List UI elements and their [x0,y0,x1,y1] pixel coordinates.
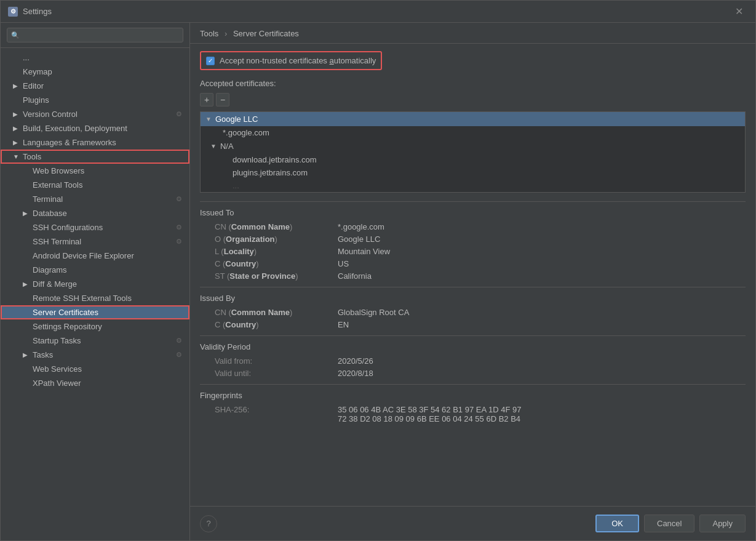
info-key-o: O (Organization) [215,234,338,244]
titlebar: ⚙ Settings ✕ [1,1,755,23]
sidebar-item-ssh-configurations[interactable]: SSH Configurations ⚙ [1,220,189,234]
sidebar-item-server-certificates[interactable]: Server Certificates [1,305,189,319]
app-icon: ⚙ [8,7,18,17]
info-row-c: C (Country) US [200,259,746,268]
sidebar-item-build-exec-deploy[interactable]: ▶ Build, Execution, Deployment [1,121,189,135]
sidebar-item-keymap[interactable]: Keymap [1,65,189,79]
fingerprints-title: Fingerprints [200,391,746,400]
sidebar-item-label: Keymap [23,67,52,76]
arrow-icon: ▶ [13,139,20,146]
sidebar-item-web-services[interactable]: Web Services [1,362,189,376]
sidebar-item-label: External Tools [33,180,82,190]
sidebar-item-label: Plugins [23,95,49,105]
apply-button[interactable]: Apply [699,515,746,532]
sidebar-item-label: Diagrams [33,265,67,275]
main-content: 🔍 ... Keymap ▶ Editor [1,23,755,540]
sidebar: 🔍 ... Keymap ▶ Editor [1,23,190,540]
sidebar-item-remote-ssh-external-tools[interactable]: Remote SSH External Tools [1,291,189,305]
sidebar-item-xpath-viewer[interactable]: XPath Viewer [1,376,189,390]
info-value-issued-c: EN [338,320,349,329]
sidebar-item-label: Database [33,209,67,218]
breadcrumb-separator: › [225,29,227,38]
sidebar-item-plugins[interactable]: Plugins [1,93,189,107]
info-value-st: California [338,271,372,281]
info-value-l: Mountain View [338,247,390,256]
arrow-icon: ▶ [13,111,20,118]
cert-item-more: ... [201,179,745,192]
info-value-issued-cn: GlobalSign Root CA [338,308,409,317]
cert-item-google[interactable]: *.google.com [201,126,745,139]
settings-window: ⚙ Settings ✕ 🔍 ... Keymap [0,0,756,541]
window-title: Settings [23,7,730,16]
info-row-valid-until: Valid until: 2020/8/18 [200,369,746,378]
info-key-l: L (Locality) [215,247,338,256]
cert-group-google-llc[interactable]: ▼ Google LLC [201,112,745,126]
sidebar-item-diagrams[interactable]: Diagrams [1,263,189,277]
sidebar-item-terminal[interactable]: Terminal ⚙ [1,192,189,206]
cancel-button[interactable]: Cancel [644,515,694,532]
sidebar-item-external-tools[interactable]: External Tools [1,178,189,192]
sidebar-item-label: Remote SSH External Tools [33,294,132,303]
sidebar-item-label: Web Services [33,364,82,374]
close-button[interactable]: ✕ [730,3,748,20]
issued-to-title: Issued To [200,208,746,217]
info-row-cn: CN (Common Name) *.google.com [200,222,746,231]
cert-name-dots: ... [233,181,239,190]
info-key-issued-cn: CN (Common Name) [215,308,338,317]
sidebar-item-diff-merge[interactable]: ▶ Diff & Merge [1,277,189,291]
sidebar-item-label: Server Certificates [33,308,98,317]
sidebar-item-dots[interactable]: ... [1,50,189,65]
sha256-line2: 72 38 D2 08 18 09 09 6B EE 06 04 24 55 6… [338,414,520,423]
add-cert-button[interactable]: + [200,93,213,106]
sidebar-item-tasks[interactable]: ▶ Tasks ⚙ [1,348,189,362]
sidebar-item-label: Terminal [33,194,63,204]
separator [200,335,746,336]
check-mark: ✓ [208,58,213,64]
gear-icon: ⚙ [176,238,182,246]
info-key-st: ST (State or Province) [215,271,338,281]
cert-toolbar: + − [200,93,746,106]
cert-group-name: N/A [220,142,234,151]
sidebar-item-label: Diff & Merge [33,279,77,289]
gear-icon: ⚙ [176,223,182,231]
sidebar-item-languages-frameworks[interactable]: ▶ Languages & Frameworks [1,135,189,150]
breadcrumb-part-server-certs: Server Certificates [233,29,299,38]
arrow-icon: ▶ [23,281,30,287]
sidebar-item-label: Version Control [23,110,78,119]
info-key-issued-c: C (Country) [215,320,338,329]
info-value-sha256: 35 06 06 4B AC 3E 58 3F 54 62 B1 97 EA 1… [338,405,522,423]
arrow-icon: ▶ [23,210,30,217]
sidebar-item-android-device-file-explorer[interactable]: Android Device File Explorer [1,249,189,263]
sidebar-item-label: Editor [23,81,44,90]
info-row-valid-from: Valid from: 2020/5/26 [200,356,746,366]
gear-icon: ⚙ [176,195,182,203]
accepted-certs-label: Accepted certificates: [200,79,746,88]
remove-cert-button[interactable]: − [216,93,229,106]
info-row-st: ST (State or Province) California [200,271,746,281]
info-section: Issued To CN (Common Name) *.google.com … [200,201,746,423]
sidebar-item-label: XPath Viewer [33,379,81,388]
sidebar-item-startup-tasks[interactable]: Startup Tasks ⚙ [1,334,189,348]
info-value-valid-until: 2020/8/18 [338,369,373,378]
accept-certs-checkbox[interactable]: ✓ [206,57,215,65]
sidebar-item-label: SSH Configurations [33,223,103,232]
sidebar-item-editor[interactable]: ▶ Editor [1,79,189,93]
sidebar-item-tools[interactable]: ▼ Tools [1,150,189,164]
search-box: 🔍 [1,23,189,48]
sidebar-item-version-control[interactable]: ▶ Version Control ⚙ [1,107,189,121]
sidebar-item-label: Android Device File Explorer [33,251,134,260]
sidebar-item-settings-repository[interactable]: Settings Repository [1,319,189,334]
sidebar-item-ssh-terminal[interactable]: SSH Terminal ⚙ [1,234,189,249]
cert-group-na[interactable]: ▼ N/A [201,139,745,153]
ok-button[interactable]: OK [595,515,639,532]
info-row-o: O (Organization) Google LLC [200,234,746,244]
sidebar-item-web-browsers[interactable]: Web Browsers [1,164,189,178]
sidebar-item-label: Build, Execution, Deployment [23,124,127,133]
cert-item-plugins-jetbrains[interactable]: plugins.jetbrains.com [201,166,745,179]
info-value-c: US [338,259,349,268]
cert-name: download.jetbrains.com [233,155,317,164]
search-input[interactable] [7,28,183,42]
sidebar-item-database[interactable]: ▶ Database [1,206,189,220]
cert-item-download-jetbrains[interactable]: download.jetbrains.com [201,153,745,166]
help-button[interactable]: ? [200,515,217,532]
